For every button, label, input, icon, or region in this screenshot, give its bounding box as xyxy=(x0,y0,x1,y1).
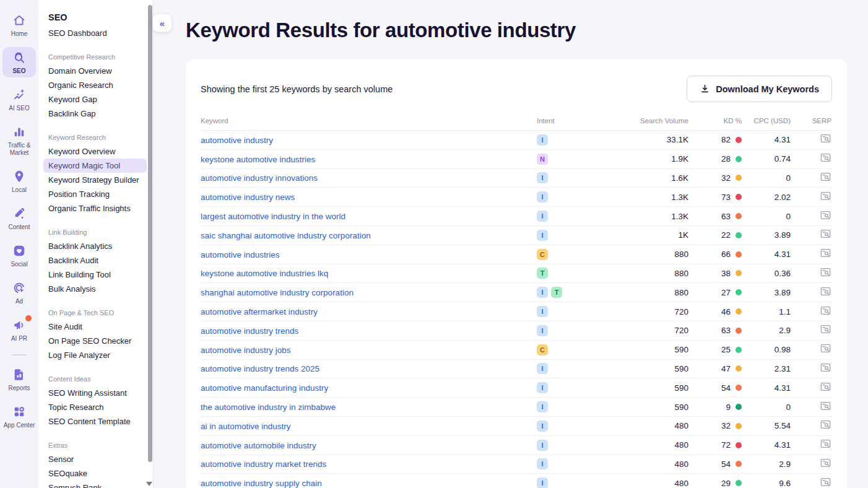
keyword-link[interactable]: automotive industry trends 2025 xyxy=(201,364,319,373)
table-row: shanghai automotive industry corporation… xyxy=(201,283,832,302)
search-volume-value: 1K xyxy=(611,230,688,240)
serp-icon xyxy=(820,305,831,318)
keyword-link[interactable]: automotive industry jobs xyxy=(201,346,291,355)
rail-item-local[interactable]: Local xyxy=(2,166,36,196)
column-header-intent[interactable]: Intent xyxy=(537,117,611,124)
kd-difficulty-dot xyxy=(736,308,742,315)
keyword-link[interactable]: automotive industry news xyxy=(201,193,295,202)
sidebar-item-link-building-tool[interactable]: Link Building Tool xyxy=(43,268,147,282)
sidebar-item-keyword-magic-tool[interactable]: Keyword Magic Tool xyxy=(43,159,147,173)
column-header-keyword[interactable]: Keyword xyxy=(201,117,537,124)
download-keywords-button[interactable]: Download My Keywords xyxy=(687,76,832,102)
search-volume-value: 480 xyxy=(611,440,688,450)
rail-item-content[interactable]: Content xyxy=(2,203,36,233)
kd-value: 63 xyxy=(721,326,731,335)
serp-preview-button[interactable] xyxy=(820,323,831,337)
sidebar-item-on-page-seo-checker[interactable]: On Page SEO Checker xyxy=(43,334,147,348)
sidebar-item-bulk-analysis[interactable]: Bulk Analysis xyxy=(43,282,147,296)
scroll-down-arrow-icon[interactable] xyxy=(146,482,152,486)
keyword-link[interactable]: shanghai automotive industry corporation xyxy=(201,288,354,297)
keyword-link[interactable]: automotive industry market trends xyxy=(201,460,326,469)
sidebar-item-semrush-rank[interactable]: Semrush Rank xyxy=(43,481,147,488)
serp-preview-button[interactable] xyxy=(820,419,831,432)
sidebar-item-organic-research[interactable]: Organic Research xyxy=(43,78,147,92)
sidebar-item-seo-content-template[interactable]: SEO Content Template xyxy=(43,414,147,429)
keyword-cell: the automotive industry in zimbabwe xyxy=(201,401,537,412)
sidebar-item-backlink-audit[interactable]: Backlink Audit xyxy=(43,253,147,268)
kd-cell: 9 xyxy=(688,403,742,412)
sidebar-item-backlink-analytics[interactable]: Backlink Analytics xyxy=(43,239,147,253)
serp-preview-button[interactable] xyxy=(820,381,831,394)
sidebar-section-competitive-research: Competitive Research xyxy=(48,50,153,64)
sidebar-item-position-tracking[interactable]: Position Tracking xyxy=(43,187,147,201)
serp-preview-button[interactable] xyxy=(820,209,831,223)
rail-item-ad[interactable]: Ad xyxy=(2,277,36,308)
keyword-link[interactable]: automotive industry xyxy=(201,136,273,145)
sidebar-item-topic-research[interactable]: Topic Research xyxy=(43,400,147,414)
sidebar-scrollbar[interactable] xyxy=(148,5,152,462)
serp-preview-button[interactable] xyxy=(820,133,831,146)
serp-preview-button[interactable] xyxy=(820,342,831,356)
keyword-link[interactable]: automotive manufacturing industry xyxy=(201,383,328,393)
serp-preview-button[interactable] xyxy=(820,362,831,375)
sidebar-item-keyword-strategy-builder[interactable]: Keyword Strategy Builder xyxy=(43,173,147,187)
serp-preview-button[interactable] xyxy=(820,171,831,185)
keyword-link[interactable]: saic shanghai automotive industry corpor… xyxy=(201,231,371,240)
keyword-link[interactable]: ai in automotive industry xyxy=(201,422,291,431)
serp-preview-button[interactable] xyxy=(820,476,831,488)
kd-difficulty-dot xyxy=(736,404,742,410)
keyword-link[interactable]: automotive industry trends xyxy=(201,326,298,336)
intent-badges: I xyxy=(537,172,611,183)
serp-preview-button[interactable] xyxy=(820,438,831,451)
column-header-cpc-usd[interactable]: CPC (USD) xyxy=(742,117,791,124)
keyword-link[interactable]: the automotive industry in zimbabwe xyxy=(201,403,336,412)
rail-item-label: Home xyxy=(11,30,28,38)
sidebar-item-organic-traffic-insights[interactable]: Organic Traffic Insights xyxy=(43,201,147,216)
serp-preview-button[interactable] xyxy=(820,247,831,261)
keyword-link[interactable]: automotive aftermarket industry xyxy=(201,307,318,316)
serp-preview-button[interactable] xyxy=(820,400,831,414)
keyword-link[interactable]: automotive industry innovations xyxy=(201,173,318,183)
sidebar-item-seo-writing-assistant[interactable]: SEO Writing Assistant xyxy=(43,386,147,400)
sidebar-item-keyword-overview[interactable]: Keyword Overview xyxy=(43,144,147,159)
rail-item-seo[interactable]: SEO xyxy=(2,47,36,77)
rail-item-home[interactable]: Home xyxy=(2,10,36,40)
keyword-link[interactable]: keystone automotive industries lkq xyxy=(201,269,328,278)
keyword-cell: ai in automotive industry xyxy=(201,420,537,432)
sidebar-item-backlink-gap[interactable]: Backlink Gap xyxy=(43,107,147,121)
serp-preview-button[interactable] xyxy=(820,266,831,280)
serp-preview-button[interactable] xyxy=(820,152,831,165)
serp-preview-button[interactable] xyxy=(820,457,831,471)
serp-preview-button[interactable] xyxy=(820,305,831,318)
kd-difficulty-dot xyxy=(736,175,742,181)
sidebar-item-sensor[interactable]: Sensor xyxy=(43,452,147,466)
search-volume-value: 1.3K xyxy=(611,193,688,202)
column-header-search-volume[interactable]: Search Volume xyxy=(611,117,688,124)
sidebar-item-log-file-analyzer[interactable]: Log File Analyzer xyxy=(43,348,147,362)
sidebar-item-site-audit[interactable]: Site Audit xyxy=(43,320,147,334)
serp-preview-button[interactable] xyxy=(820,228,831,242)
rail-item-traffic-market[interactable]: Traffic & Market xyxy=(2,121,36,159)
sidebar-item-domain-overview[interactable]: Domain Overview xyxy=(43,64,147,78)
rail-item-ai-seo[interactable]: AI SEO xyxy=(2,84,36,115)
intent-badges: I xyxy=(537,440,611,451)
column-header-serp[interactable]: SERP xyxy=(791,117,831,124)
rail-item-label: Content xyxy=(8,224,30,231)
column-header-kd[interactable]: KD % xyxy=(688,117,742,124)
serp-preview-button[interactable] xyxy=(820,285,831,299)
keyword-link[interactable]: automotive industry supply chain xyxy=(201,479,322,488)
rail-item-app-center[interactable]: App Center xyxy=(2,401,36,432)
keyword-link[interactable]: automotive industries xyxy=(201,250,280,259)
sidebar-collapse-button[interactable]: « xyxy=(152,14,172,32)
rail-item-ai-pr[interactable]: AI PR xyxy=(2,315,36,345)
sidebar-item-keyword-gap[interactable]: Keyword Gap xyxy=(43,92,147,107)
serp-preview-button[interactable] xyxy=(820,190,831,204)
keyword-link[interactable]: largest automotive industry in the world xyxy=(201,212,345,221)
keyword-link[interactable]: keystone automotive industries xyxy=(201,155,315,164)
sidebar-item-seoquake[interactable]: SEOquake xyxy=(43,466,147,481)
sidebar-item-seo-dashboard[interactable]: SEO Dashboard xyxy=(43,26,147,40)
rail-item-social[interactable]: Social xyxy=(2,240,36,271)
rail-item-reports[interactable]: Reports xyxy=(2,364,36,394)
cpc-value: 2.31 xyxy=(742,364,791,373)
keyword-link[interactable]: automotive automobile industry xyxy=(201,441,316,450)
